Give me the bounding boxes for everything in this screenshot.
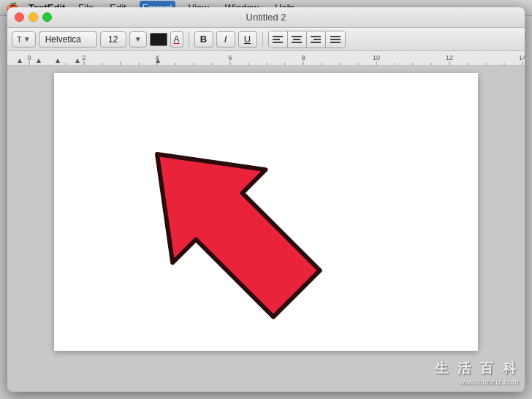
svg-text:14: 14 (519, 54, 525, 61)
svg-marker-13 (37, 58, 41, 63)
svg-rect-4 (293, 39, 300, 40)
align-justify-icon (330, 35, 341, 44)
document-area[interactable] (7, 66, 525, 392)
underline-label: U (244, 34, 251, 45)
style-label: T (17, 35, 22, 44)
bold-button[interactable]: B (194, 31, 213, 48)
align-center-icon (292, 35, 302, 44)
svg-marker-15 (75, 58, 80, 63)
svg-rect-1 (273, 39, 280, 40)
svg-rect-9 (330, 36, 341, 37)
arrow-indicator (69, 117, 390, 336)
style-chevron: ▼ (23, 35, 31, 43)
svg-text:2: 2 (82, 54, 86, 61)
font-name-button[interactable]: Helvetica (39, 31, 97, 48)
italic-label: I (224, 34, 227, 45)
toolbar: T ▼ Helvetica 12 ▼ A B I U (7, 28, 525, 51)
svg-marker-52 (110, 117, 343, 336)
svg-rect-0 (273, 36, 283, 37)
style-button[interactable]: T ▼ (12, 31, 36, 48)
svg-text:4: 4 (155, 54, 159, 61)
svg-rect-8 (311, 42, 321, 43)
bold-label: B (200, 34, 207, 45)
separator-1 (189, 32, 189, 47)
a-underline-label: A (174, 34, 180, 45)
traffic-lights (15, 12, 52, 22)
ruler-svg: 0 2 4 6 8 10 (7, 51, 525, 66)
separator-2 (262, 32, 263, 47)
watermark-cn-text: 生 活 百 科 (435, 360, 519, 377)
svg-rect-11 (330, 42, 341, 43)
text-color-button[interactable]: A (170, 31, 183, 48)
watermark-url: www.bimeiz.com (435, 377, 519, 386)
svg-text:12: 12 (446, 54, 453, 61)
underline-button[interactable]: U (238, 31, 257, 48)
svg-text:6: 6 (228, 54, 232, 61)
align-right-button[interactable] (307, 31, 326, 48)
align-right-icon (311, 35, 321, 44)
window-title: Untitled 2 (246, 12, 286, 23)
align-group (268, 31, 346, 48)
align-left-button[interactable] (269, 31, 288, 48)
watermark: 生 活 百 科 www.bimeiz.com (435, 360, 519, 386)
font-size-button[interactable]: 12 (100, 31, 126, 48)
window-frame: Untitled 2 T ▼ Helvetica 12 ▼ A B I U (7, 7, 525, 392)
size-chevron: ▼ (134, 35, 142, 43)
minimize-button[interactable] (28, 12, 38, 22)
svg-rect-3 (292, 36, 302, 37)
ruler: 0 2 4 6 8 10 (7, 51, 525, 66)
svg-rect-10 (330, 39, 341, 40)
italic-button[interactable]: I (216, 31, 235, 48)
close-button[interactable] (15, 12, 24, 22)
title-bar: Untitled 2 (7, 7, 525, 28)
maximize-button[interactable] (42, 12, 52, 22)
align-justify-button[interactable] (326, 31, 345, 48)
svg-rect-2 (273, 42, 283, 43)
svg-marker-14 (56, 58, 60, 63)
align-left-icon (273, 35, 283, 44)
svg-rect-7 (314, 39, 321, 40)
font-size-dropdown[interactable]: ▼ (129, 31, 147, 48)
svg-rect-6 (311, 36, 321, 37)
svg-rect-5 (292, 42, 302, 43)
svg-marker-12 (18, 58, 22, 63)
align-center-button[interactable] (288, 31, 307, 48)
svg-text:0: 0 (27, 54, 31, 61)
font-name-label: Helvetica (45, 34, 81, 45)
font-size-label: 12 (108, 34, 118, 45)
color-well[interactable] (150, 33, 167, 46)
document-page[interactable] (54, 73, 478, 351)
svg-text:8: 8 (301, 54, 305, 61)
svg-text:10: 10 (373, 54, 380, 61)
